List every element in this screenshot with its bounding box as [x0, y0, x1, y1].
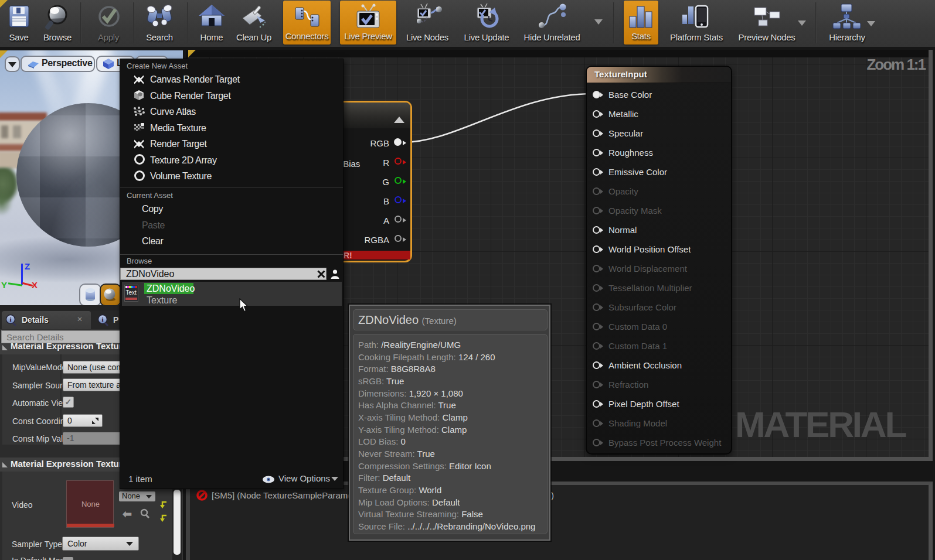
- svg-text:i: i: [9, 316, 11, 323]
- svg-text:i: i: [101, 316, 103, 323]
